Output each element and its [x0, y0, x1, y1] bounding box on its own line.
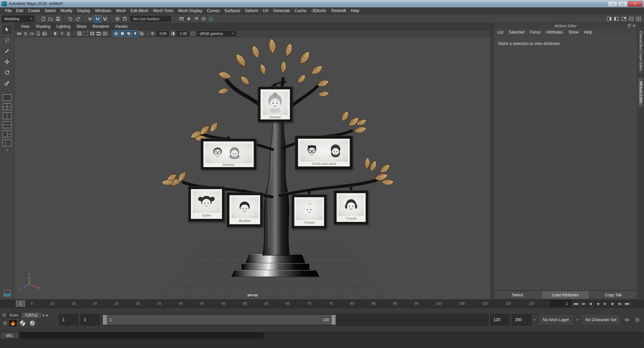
copy-tab-button[interactable]: Copy Tab	[589, 291, 637, 299]
maximize-button[interactable]: □	[618, 1, 628, 7]
redo-icon[interactable]	[74, 15, 81, 22]
menu-file[interactable]: File	[3, 8, 14, 13]
rotate-tool-button[interactable]	[2, 67, 12, 78]
menu-redshift[interactable]: Redshift	[329, 8, 348, 13]
menu-generate[interactable]: Generate	[271, 8, 292, 13]
make-live-icon[interactable]	[114, 15, 121, 22]
playback-start-field[interactable]: 1	[80, 314, 100, 326]
launch-render-view-icon[interactable]	[208, 15, 214, 22]
menu-set-selector[interactable]: Modeling ▾	[2, 15, 34, 22]
ipr-render-icon[interactable]	[193, 15, 200, 22]
family-tree-model[interactable]	[162, 39, 394, 277]
tab-turtle[interactable]: TURTLE	[22, 313, 41, 318]
menu-uv[interactable]: UV	[261, 8, 271, 13]
menu-mesh-display[interactable]: Mesh Display	[176, 8, 205, 13]
construction-history-icon[interactable]	[121, 15, 128, 22]
ae-menu-focus[interactable]: Focus	[530, 30, 541, 35]
menu-deform[interactable]: Deform	[243, 8, 260, 13]
range-slider-groove[interactable]: 1 120	[102, 314, 488, 326]
menu-surfaces[interactable]: Surfaces	[222, 8, 243, 13]
view-transform-select[interactable]: sRGB gamma ▾	[197, 31, 236, 36]
lighting-icon[interactable]	[59, 31, 65, 37]
layout-four-pane-button[interactable]	[2, 103, 12, 111]
current-time-field[interactable]: 1	[550, 300, 571, 307]
menu-3dtoall[interactable]: -3DtoAll-	[309, 8, 329, 13]
panel-menu-shading[interactable]: Shading	[33, 24, 53, 29]
select-button[interactable]: Select	[494, 291, 542, 299]
range-end-handle[interactable]	[331, 315, 336, 325]
menu-modify[interactable]: Modify	[58, 8, 74, 13]
playback-end-field[interactable]: 120	[490, 314, 510, 326]
photo-frame-sister[interactable]: Sister	[188, 186, 225, 221]
range-start-handle[interactable]	[103, 315, 107, 325]
attribute-editor-toggle-icon[interactable]	[606, 15, 612, 22]
move-tool-button[interactable]	[2, 57, 12, 67]
minimize-button[interactable]: –	[608, 1, 618, 7]
menu-mesh[interactable]: Mesh	[114, 8, 128, 13]
animation-start-field[interactable]: 1	[59, 314, 78, 326]
menu-cache[interactable]: Cache	[292, 8, 309, 13]
play-forwards-button[interactable]: ▶	[602, 300, 608, 307]
menu-select[interactable]: Select	[42, 8, 58, 13]
shaded-mode-icon[interactable]	[119, 31, 125, 37]
tab-bullet[interactable]: Bullet	[7, 313, 21, 318]
mel-input-field[interactable]	[19, 332, 264, 339]
menu-mesh-tools[interactable]: Mesh Tools	[151, 8, 176, 13]
gear-icon[interactable]	[3, 321, 7, 326]
close-panel-icon[interactable]	[632, 24, 636, 28]
go-to-end-button[interactable]: ▶▶|	[624, 300, 631, 307]
panel-menu-view[interactable]: View	[18, 24, 33, 29]
snap-to-grid-icon[interactable]	[87, 15, 94, 22]
render-swatch-fire[interactable]	[9, 319, 17, 327]
go-to-start-button[interactable]: |◀◀	[572, 300, 579, 307]
character-controls-toggle-icon[interactable]	[635, 15, 642, 22]
undo-icon[interactable]	[67, 15, 74, 22]
lock-camera-icon[interactable]	[22, 31, 29, 37]
layout-two-pane-stacked-button[interactable]	[2, 121, 12, 129]
two-sided-lighting-icon[interactable]	[53, 31, 59, 37]
field-chart-icon[interactable]	[102, 31, 108, 37]
scene-svg[interactable]: Granny	[14, 37, 491, 299]
menu-create[interactable]: Create	[25, 8, 42, 13]
scale-tool-button[interactable]	[2, 78, 12, 88]
photo-frame-cousin-girl[interactable]: Cousin	[334, 186, 368, 225]
play-backwards-button[interactable]: ◀	[594, 300, 601, 307]
lasso-tool-button[interactable]	[2, 35, 12, 45]
hypershade-persp-layout-icon[interactable]	[4, 290, 10, 296]
animation-end-field[interactable]: 200	[512, 314, 531, 326]
modeling-toolkit-toggle-icon[interactable]	[628, 15, 635, 22]
open-scene-icon[interactable]	[47, 15, 54, 22]
character-set-selector[interactable]: No Character Set	[581, 314, 621, 326]
mel-toggle-button[interactable]: MEL	[1, 332, 19, 339]
color-management-icon[interactable]	[190, 31, 196, 37]
gamma-icon[interactable]	[170, 31, 176, 37]
paint-select-tool-button[interactable]	[2, 46, 12, 56]
gamma-field[interactable]: 1.00	[177, 31, 189, 36]
photo-frame-brother[interactable]: Brother	[227, 189, 263, 227]
ae-menu-attributes[interactable]: Attributes	[546, 30, 563, 35]
exposure-field[interactable]: 0.00	[157, 31, 169, 36]
layout-two-pane-side-button[interactable]	[2, 112, 12, 120]
ae-menu-selected[interactable]: Selected	[509, 30, 525, 35]
textured-mode-icon[interactable]	[126, 31, 132, 37]
panel-menu-lighting[interactable]: Lighting	[53, 24, 73, 29]
chevron-down-icon[interactable]: ▾	[533, 318, 536, 321]
use-all-lights-icon[interactable]	[132, 31, 138, 37]
auto-keyframe-icon[interactable]	[623, 316, 631, 324]
anim-layer-selector[interactable]: No Anim Layer	[538, 314, 574, 326]
menu-edit-mesh[interactable]: Edit Mesh	[128, 8, 151, 13]
render-current-frame-icon[interactable]	[185, 15, 192, 22]
time-slider-track[interactable]: 5 10 15 20 25 30 35 40 45 50 55 60 65 70…	[14, 300, 549, 307]
camera-attributes-icon[interactable]	[29, 31, 35, 37]
new-scene-icon[interactable]	[40, 15, 47, 22]
float-panel-icon[interactable]	[627, 24, 631, 28]
render-swatch-checker-sphere[interactable]	[18, 319, 27, 327]
tab-scroll-left-icon[interactable]: ◀	[42, 314, 45, 317]
render-view-icon[interactable]	[178, 15, 185, 22]
panel-menu-renderer[interactable]: Renderer	[90, 24, 112, 29]
layout-three-pane-button[interactable]	[2, 130, 12, 138]
bookmark-icon[interactable]	[35, 31, 41, 37]
step-forward-frame-button[interactable]: ▶|	[616, 300, 623, 307]
menu-display[interactable]: Display	[75, 8, 93, 13]
image-plane-icon[interactable]	[42, 31, 48, 37]
